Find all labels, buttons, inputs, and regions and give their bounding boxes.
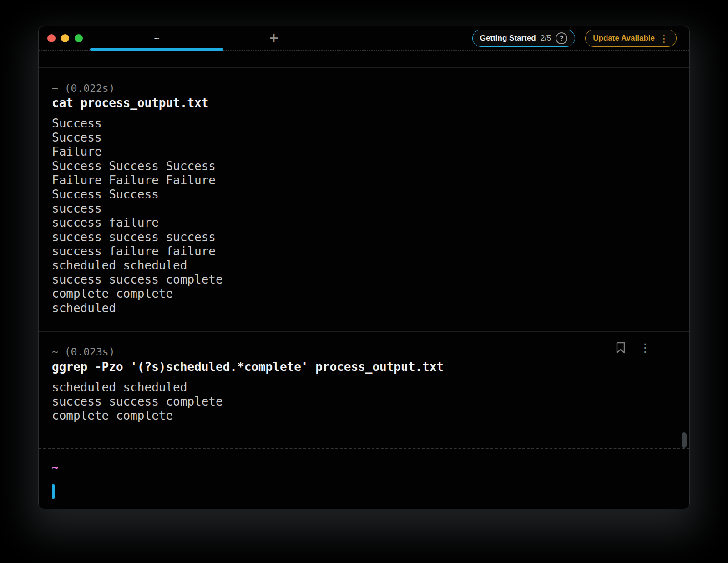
output-line: success failure failure <box>52 244 223 259</box>
output-line: success success complete <box>52 395 223 409</box>
zoom-window-button[interactable] <box>75 34 83 42</box>
output-line: success success success <box>52 230 223 244</box>
help-glyph: ? <box>560 35 564 42</box>
minimize-window-button[interactable] <box>61 34 69 42</box>
bookmark-icon[interactable] <box>615 341 627 354</box>
update-available-pill[interactable]: Update Available ⋮ <box>585 30 677 47</box>
output-line: Failure <box>52 145 223 159</box>
update-available-label: Update Available <box>593 34 655 43</box>
close-window-button[interactable] <box>47 34 56 42</box>
output-line: Failure Failure Failure <box>52 173 223 188</box>
tabbar-right-controls: Getting Started 2/5 ? Update Available ⋮ <box>472 30 677 47</box>
block-actions: ⋮ <box>615 341 651 354</box>
getting-started-progress: 2/5 <box>541 34 551 43</box>
scrollbar-thumb[interactable] <box>682 432 687 448</box>
text-cursor <box>52 484 55 499</box>
command-duration: (0.023s) <box>65 346 115 358</box>
command-output: scheduled scheduledsuccess success compl… <box>52 380 223 423</box>
output-line: Success <box>52 131 223 145</box>
output-line: complete complete <box>52 287 223 301</box>
output-line: scheduled <box>52 301 223 315</box>
output-line: Success Success <box>52 188 223 202</box>
input-prompt-symbol: ~ <box>52 461 58 475</box>
command-duration: (0.022s) <box>65 82 115 94</box>
output-line: success <box>52 202 223 216</box>
terminal-window: ~ + Getting Started 2/5 ? Update Availab… <box>38 26 690 509</box>
output-line: Success <box>52 117 223 131</box>
output-line: complete complete <box>52 409 223 423</box>
prompt-line: ~ (0.022s) <box>52 82 115 95</box>
new-tab-button[interactable]: + <box>264 26 284 50</box>
output-line: Success Success Success <box>52 159 223 173</box>
block-separator <box>39 331 689 332</box>
command-text: ggrep -Pzo '(?s)scheduled.*complete' pro… <box>52 360 444 374</box>
update-kebab-icon[interactable]: ⋮ <box>659 34 669 43</box>
block-kebab-icon[interactable]: ⋮ <box>639 342 651 354</box>
getting-started-label: Getting Started <box>480 34 536 43</box>
tab-active[interactable]: ~ <box>90 26 223 50</box>
plus-icon: + <box>269 30 278 46</box>
command-text: cat process_output.txt <box>52 96 208 110</box>
prompt-symbol: ~ <box>52 82 58 94</box>
help-icon[interactable]: ? <box>556 32 567 44</box>
prompt-line: ~ (0.023s) <box>52 345 115 358</box>
output-line: scheduled scheduled <box>52 259 223 273</box>
getting-started-pill[interactable]: Getting Started 2/5 ? <box>472 30 575 47</box>
input-separator <box>39 448 689 449</box>
traffic-lights <box>39 34 83 42</box>
block-separator <box>39 67 689 68</box>
tab-title: ~ <box>154 33 159 44</box>
command-output: SuccessSuccessFailureSuccess Success Suc… <box>52 117 223 315</box>
prompt-symbol: ~ <box>52 346 58 358</box>
output-line: success success complete <box>52 273 223 287</box>
output-line: success failure <box>52 216 223 230</box>
tab-bar: ~ + Getting Started 2/5 ? Update Availab… <box>39 26 689 51</box>
output-line: scheduled scheduled <box>52 380 223 395</box>
terminal-content: ~ (0.022s) cat process_output.txt Succes… <box>39 50 689 509</box>
